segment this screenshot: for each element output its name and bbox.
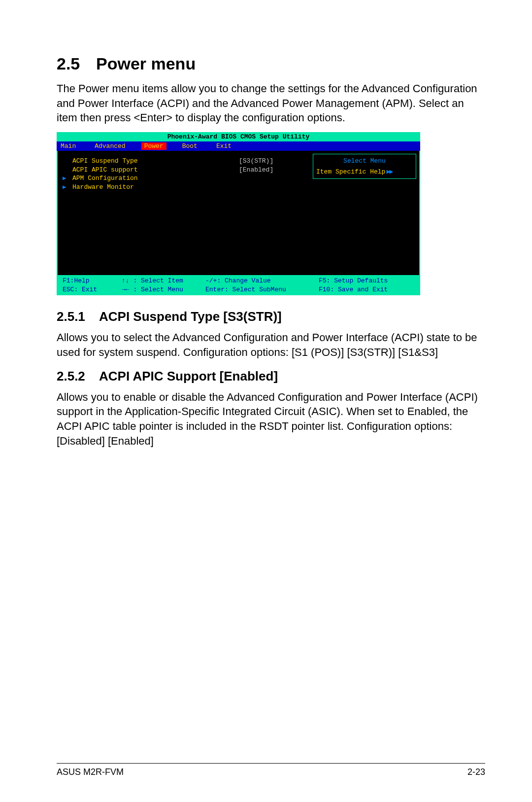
footer-rule	[57, 763, 485, 764]
subsection-heading: 2.5.2ACPI APIC Support [Enabled]	[57, 369, 485, 384]
subsection-title: ACPI APIC Support [Enabled]	[99, 369, 278, 384]
bios-menubar: Main Advanced Power Boot Exit	[57, 141, 420, 151]
bios-key-save: F10: Save and Exit	[319, 285, 414, 294]
footer-left: ASUS M2R-FVM	[57, 767, 124, 777]
subsection-title: ACPI Suspend Type [S3(STR)]	[99, 309, 282, 324]
subsection-number: 2.5.1	[57, 309, 99, 324]
bios-item[interactable]: ACPI Suspend Type [S3(STR)]	[63, 157, 308, 166]
footer-right: 2-23	[467, 767, 485, 777]
section-heading: 2.5Power menu	[57, 54, 485, 73]
submenu-arrow-icon: ▶	[63, 174, 72, 182]
forward-icon: ▶▶	[386, 168, 392, 175]
bios-key-help: F1:Help	[63, 277, 122, 285]
bios-key-defaults: F5: Setup Defaults	[319, 277, 414, 285]
bios-item-label: ACPI APIC support	[72, 166, 239, 174]
bios-tab-power[interactable]: Power	[141, 142, 166, 150]
bios-key-exit: ESC: Exit	[63, 285, 122, 294]
bios-item-label: APM Configuration	[72, 174, 239, 183]
bios-help-panel: Select Menu Item Specific Help▶▶	[313, 154, 416, 272]
bios-title: Phoenix-Award BIOS CMOS Setup Utility	[57, 132, 420, 141]
section-title: Power menu	[96, 54, 196, 73]
bios-help-title: Select Menu	[316, 157, 413, 165]
subsection-number: 2.5.2	[57, 369, 99, 384]
intro-paragraph: The Power menu items allow you to change…	[57, 81, 485, 125]
bios-key-select-item: ↑↓ : Select Item	[122, 277, 205, 285]
bios-key-submenu: Enter: Select SubMenu	[205, 285, 319, 294]
subsection-body: Allows you to enable or disable the Adva…	[57, 390, 485, 449]
bios-tab-advanced[interactable]: Advanced	[95, 142, 125, 150]
bios-key-change-value: -/+: Change Value	[205, 277, 319, 285]
subsection-heading: 2.5.1ACPI Suspend Type [S3(STR)]	[57, 309, 485, 324]
bios-help-text: Item Specific Help▶▶	[316, 168, 413, 175]
bios-item-label: Hardware Monitor	[72, 183, 239, 192]
bios-tab-boot[interactable]: Boot	[182, 142, 198, 150]
bios-item[interactable]: ▶ APM Configuration	[63, 174, 308, 183]
bios-settings-panel: ACPI Suspend Type [S3(STR)] ACPI APIC su…	[58, 151, 313, 275]
bios-tab-exit[interactable]: Exit	[216, 142, 232, 150]
bios-key-select-menu: →← : Select Menu	[122, 285, 205, 294]
bios-footer: F1:Help ↑↓ : Select Item -/+: Change Val…	[57, 275, 420, 295]
submenu-arrow-icon: ▶	[63, 183, 72, 191]
section-number: 2.5	[57, 54, 96, 73]
bios-screenshot: Phoenix-Award BIOS CMOS Setup Utility Ma…	[57, 132, 420, 295]
bios-item[interactable]: ▶ Hardware Monitor	[63, 183, 308, 192]
bios-item-value: [S3(STR)]	[239, 157, 308, 166]
bios-tab-main[interactable]: Main	[61, 142, 76, 150]
subsection-body: Allows you to select the Advanced Config…	[57, 330, 485, 359]
bios-item-label: ACPI Suspend Type	[72, 157, 239, 166]
bios-item[interactable]: ACPI APIC support [Enabled]	[63, 166, 308, 174]
bios-item-value: [Enabled]	[239, 166, 308, 174]
